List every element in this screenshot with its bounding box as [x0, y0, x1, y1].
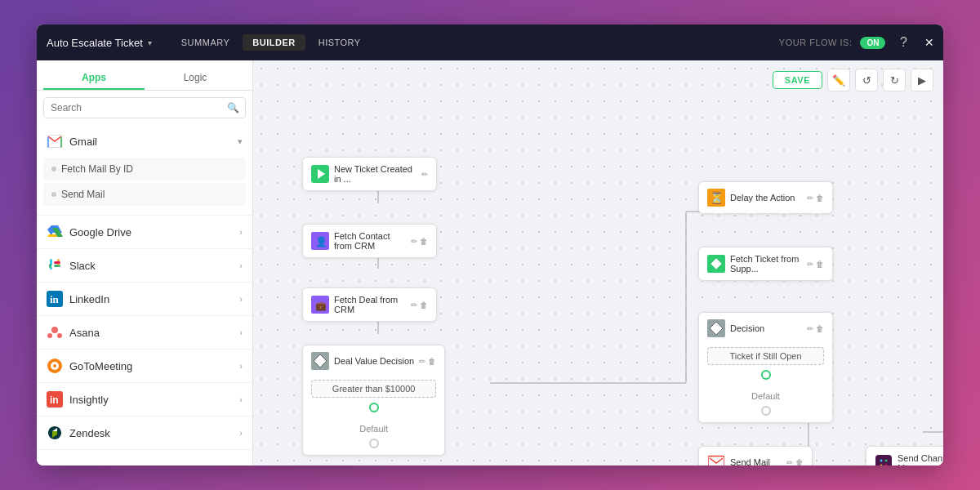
branch-connector: [761, 370, 771, 380]
svg-rect-4: [54, 265, 60, 267]
play-icon-btn[interactable]: ▶: [911, 69, 933, 91]
body: Apps Logic 🔍 Gmail ▾: [37, 60, 943, 466]
canvas[interactable]: SAVE ✏️ ↺ ↻ ▶: [253, 60, 943, 466]
trigger-node[interactable]: New Ticket Created in ... ✏: [302, 157, 312, 186]
send-channel-title: Send Channel Message: [898, 453, 943, 466]
gmail-logo: [47, 133, 63, 149]
delete-node-icon[interactable]: 🗑: [420, 237, 428, 246]
delay-node[interactable]: ⏳ Delay the Action ✏ 🗑: [698, 181, 708, 211]
sidebar-tabs: Apps Logic: [37, 60, 252, 91]
svg-point-11: [47, 333, 52, 338]
linkedin-label: LinkedIn: [69, 293, 233, 305]
tab-logic[interactable]: Logic: [145, 67, 246, 90]
slack-chevron-icon: ›: [239, 261, 243, 270]
delete-node-icon[interactable]: 🗑: [816, 260, 824, 269]
slack-logo: [47, 257, 63, 274]
decision-branch[interactable]: Ticket if Still Open: [707, 347, 824, 365]
deal-decision-title: Deal Value Decision: [334, 356, 414, 366]
slack-label: Slack: [69, 260, 233, 272]
send-channel-icon: [875, 454, 893, 466]
nav-tab-summary[interactable]: SUMMARY: [172, 34, 240, 51]
deal-decision-node[interactable]: Deal Value Decision ✏ 🗑 Greater than $10…: [302, 345, 445, 456]
gmail-items: Fetch Mail By ID Send Mail: [37, 158, 252, 215]
fetch-contact-title: Fetch Contact from CRM: [334, 231, 406, 251]
app-header-gtm[interactable]: GoToMeeting ›: [37, 350, 252, 382]
save-button[interactable]: SAVE: [773, 71, 822, 89]
svg-rect-5: [49, 264, 51, 268]
edit-node-icon[interactable]: ✏: [411, 301, 417, 310]
zendesk-chevron-icon: ›: [239, 428, 243, 438]
delete-node-icon[interactable]: 🗑: [816, 324, 824, 333]
app-header-slack[interactable]: Slack ›: [37, 249, 252, 282]
gdrive-label: Google Drive: [69, 226, 233, 238]
nav-tab-builder[interactable]: BUILDER: [243, 34, 305, 51]
app-header-gdrive[interactable]: Google Drive ›: [37, 216, 252, 248]
svg-rect-44: [875, 455, 892, 466]
edit-node-icon[interactable]: ✏: [807, 260, 813, 269]
header: Auto Escalate Ticket ▾ SUMMARY BUILDER H…: [37, 24, 943, 60]
send-mail-title: Send Mail: [730, 457, 782, 466]
zendesk-logo: [47, 425, 63, 441]
fetch-deal-node[interactable]: 💼 Fetch Deal from CRM ✏ 🗑: [302, 287, 312, 317]
node-actions: ✏ 🗑: [419, 357, 436, 366]
app-section-gdrive: Google Drive ›: [37, 216, 252, 249]
edit-node-icon[interactable]: ✏: [786, 458, 793, 466]
tab-apps[interactable]: Apps: [43, 67, 145, 90]
app-header-insightly[interactable]: in Insightly ›: [37, 383, 252, 416]
app-header-zendesk[interactable]: Zendesk ›: [37, 416, 252, 449]
help-button[interactable]: ?: [893, 33, 913, 52]
edit-node-icon[interactable]: ✏: [807, 194, 813, 203]
gmail-label: Gmail: [69, 136, 231, 148]
search-input[interactable]: [43, 97, 246, 118]
decision-node[interactable]: Decision ✏ 🗑 Ticket if Still Open Defaul…: [698, 312, 833, 423]
app-header-gmail[interactable]: Gmail ▾: [37, 125, 252, 158]
deal-branch[interactable]: Greater than $10000: [311, 380, 436, 398]
edit-node-icon[interactable]: ✏: [421, 170, 428, 179]
gtm-chevron-icon: ›: [239, 361, 243, 371]
edit-node-icon[interactable]: ✏: [807, 324, 813, 333]
linkedin-logo: in: [47, 291, 63, 307]
fetch-deal-icon: 💼: [311, 296, 329, 314]
app-section-insightly: in Insightly ›: [37, 383, 252, 416]
svg-text:in: in: [50, 293, 60, 305]
svg-point-15: [53, 364, 56, 368]
delete-node-icon[interactable]: 🗑: [428, 357, 436, 366]
fetch-contact-node[interactable]: 👤 Fetch Contact from CRM ✏ 🗑: [302, 224, 312, 253]
edit-icon-btn[interactable]: ✏️: [827, 69, 850, 91]
close-button[interactable]: ×: [924, 34, 933, 51]
header-title: Auto Escalate Ticket ▾: [47, 37, 152, 49]
trigger-icon: [311, 165, 329, 183]
edit-node-icon[interactable]: ✏: [419, 357, 425, 366]
default-connector: [761, 406, 771, 416]
sidebar: Apps Logic 🔍 Gmail ▾: [37, 60, 253, 466]
send-mail-node[interactable]: Send Mail ✏ 🗑: [698, 446, 708, 459]
svg-rect-43: [708, 457, 724, 466]
nav-tab-history[interactable]: HISTORY: [309, 34, 371, 51]
delete-node-icon[interactable]: 🗑: [816, 194, 824, 203]
edit-node-icon[interactable]: ✏: [411, 237, 417, 246]
fetch-ticket-title: Fetch Ticket from Supp...: [730, 254, 802, 274]
send-channel-node[interactable]: Send Channel Message ✏ 🗑: [866, 446, 875, 459]
item-dot: [51, 192, 56, 197]
undo-icon-btn[interactable]: ↺: [855, 69, 878, 91]
gmail-item-send-mail[interactable]: Send Mail: [43, 183, 246, 206]
gdrive-logo: [47, 224, 63, 240]
redo-icon-btn[interactable]: ↻: [883, 69, 906, 91]
gmail-item-fetch-mail[interactable]: Fetch Mail By ID: [43, 158, 246, 180]
zendesk-label: Zendesk: [69, 427, 233, 439]
app-section-zendesk: Zendesk ›: [37, 416, 252, 450]
node-actions: ✏ 🗑: [807, 194, 824, 203]
trigger-title: New Ticket Created in ...: [334, 164, 416, 184]
insightly-logo: in: [47, 391, 63, 408]
item-dot: [51, 167, 56, 172]
svg-point-10: [51, 327, 58, 333]
deal-decision-icon: [311, 352, 329, 370]
app-header-linkedin[interactable]: in LinkedIn ›: [37, 283, 252, 315]
app-header-asana[interactable]: Asana ›: [37, 316, 252, 349]
delete-node-icon[interactable]: 🗑: [420, 301, 428, 310]
delete-node-icon[interactable]: 🗑: [795, 458, 804, 466]
svg-text:👤: 👤: [315, 235, 327, 247]
fetch-ticket-node[interactable]: Fetch Ticket from Supp... ✏ 🗑: [698, 247, 708, 276]
flow-toggle[interactable]: ON: [860, 37, 885, 49]
fetch-deal-title: Fetch Deal from CRM: [334, 295, 406, 314]
